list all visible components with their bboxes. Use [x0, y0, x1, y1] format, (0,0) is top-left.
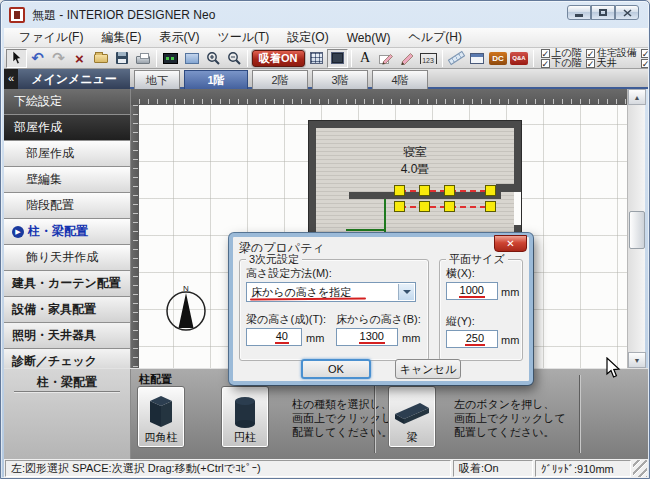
beam-handle[interactable]	[485, 201, 496, 212]
sidebar-item-draft-settings[interactable]: 下絵設定	[4, 89, 130, 115]
dc-button[interactable]: DC	[488, 49, 509, 68]
tab-floor3[interactable]: 3階	[312, 70, 368, 89]
checkbox-label: 下の階	[552, 56, 582, 69]
minimize-icon	[575, 14, 583, 17]
depth-input[interactable]: 250	[446, 330, 498, 348]
close-button[interactable]	[615, 5, 639, 20]
toolbar: ↶ ↷ × 吸着ON A 123 DC Q&A	[4, 48, 648, 69]
close-icon	[623, 9, 632, 17]
menu-view[interactable]: 表示(V)	[150, 27, 208, 48]
zoom-out-icon	[227, 51, 241, 65]
draw-line-button[interactable]	[376, 49, 397, 68]
sidebar-item-column-beam[interactable]: ▶ 柱・梁配置	[4, 219, 130, 245]
table-button[interactable]	[467, 49, 488, 68]
grid-frame-button[interactable]	[327, 49, 348, 68]
menu-edit[interactable]: 編集(E)	[92, 27, 150, 48]
checkbox-lower-floor[interactable]: ✓ 下の階	[541, 59, 582, 68]
sidebar-item-room-create[interactable]: 部屋作成	[4, 141, 130, 167]
width-value: 1000	[459, 284, 485, 298]
view-3d-icon	[163, 53, 178, 64]
group-plane-legend: 平面サイズ	[446, 252, 508, 267]
resize-grip[interactable]	[633, 460, 647, 477]
view-plan-icon	[185, 53, 199, 64]
redo-button[interactable]: ↷	[48, 49, 69, 68]
checkbox-clipped[interactable]: ✓	[641, 49, 648, 58]
checkbox-clipped[interactable]: ✓	[641, 59, 648, 68]
dimension-icon: 123	[420, 53, 437, 64]
beam-handle[interactable]	[394, 201, 405, 212]
toolbar-separator	[442, 50, 443, 67]
beam-handle[interactable]	[419, 185, 430, 196]
sidebar-item-equipment-furniture[interactable]: 設備・家具配置	[4, 297, 130, 323]
open-button[interactable]	[90, 49, 111, 68]
sidebar-section-room-create[interactable]: 部屋作成	[4, 115, 130, 141]
qa-button[interactable]: Q&A	[509, 49, 530, 68]
sidebar-item-wall-edit[interactable]: 壁編集	[4, 167, 130, 193]
measure-button[interactable]	[446, 49, 467, 68]
unit-mm: mm	[306, 332, 324, 344]
menu-tools[interactable]: ツール(T)	[208, 27, 278, 48]
sidebar-item-lighting[interactable]: 照明・天井器具	[4, 323, 130, 349]
delete-button[interactable]: ×	[69, 49, 90, 68]
height-method-combobox[interactable]: 床からの高さを指定	[246, 282, 416, 302]
panel-title-rule	[14, 391, 120, 392]
text-tool-button[interactable]: A	[355, 49, 376, 68]
title-bar: 無題 - INTERIOR DESIGNER Neo	[1, 1, 650, 28]
sidebar-item-fixtures-curtains[interactable]: 建具・カーテン配置	[4, 271, 130, 297]
view-3d-button[interactable]	[160, 49, 181, 68]
beam-handle[interactable]	[419, 201, 430, 212]
draw-freehand-button[interactable]	[397, 49, 418, 68]
ok-button[interactable]: OK	[301, 359, 371, 379]
button-label: 梁	[407, 430, 418, 445]
sidebar-item-ceiling-decor[interactable]: 飾り天井作成	[4, 245, 130, 271]
scroll-down-button[interactable]: ▼	[628, 352, 646, 368]
menu-settings[interactable]: 設定(O)	[278, 27, 337, 48]
save-button[interactable]	[111, 49, 132, 68]
select-tool-button[interactable]	[6, 49, 27, 68]
toolbar-separator	[351, 50, 352, 67]
zoom-in-button[interactable]	[202, 49, 223, 68]
beam-handle[interactable]	[394, 185, 405, 196]
ruler-top	[131, 89, 627, 105]
tab-basement[interactable]: 地下	[134, 70, 180, 89]
grid-toggle-button[interactable]	[306, 49, 327, 68]
floor-height-input[interactable]: 1300	[336, 328, 398, 346]
beam-button[interactable]: 梁	[388, 386, 436, 448]
maximize-button[interactable]	[591, 5, 615, 20]
guide-line-horizontal	[346, 229, 386, 231]
view-plan-button[interactable]	[181, 49, 202, 68]
menu-web[interactable]: Web(W)	[338, 29, 400, 47]
sidebar-collapse-button[interactable]: «	[4, 69, 18, 89]
height-method-label: 高さ設定方法(M):	[246, 266, 332, 281]
snap-on-button[interactable]: 吸着ON	[252, 50, 305, 67]
scrollbar-thumb[interactable]	[629, 211, 645, 249]
menu-help[interactable]: ヘルプ(H)	[399, 27, 471, 48]
minimize-button[interactable]	[567, 5, 591, 20]
menu-file[interactable]: ファイル(F)	[10, 27, 92, 48]
cylinder-column-button[interactable]: 円柱	[221, 386, 269, 448]
cancel-button[interactable]: キャンセル	[395, 359, 461, 379]
undo-button[interactable]: ↶	[27, 49, 48, 68]
beam-handle[interactable]	[444, 185, 455, 196]
sidebar-item-diagnosis[interactable]: 診断／チェック	[4, 349, 130, 368]
zoom-out-button[interactable]	[223, 49, 244, 68]
width-label: 横(X):	[446, 266, 475, 281]
combobox-dropdown-button[interactable]	[398, 284, 414, 300]
dimension-tool-button[interactable]: 123	[418, 49, 439, 68]
vertical-scrollbar[interactable]: ▲ ▼	[627, 89, 645, 368]
status-grid: ｸﾞﾘｯﾄﾞ:910mm	[535, 460, 631, 477]
dialog-close-button[interactable]: ✕	[494, 235, 527, 252]
tab-floor1[interactable]: 1階	[184, 70, 248, 89]
width-input[interactable]: 1000	[446, 282, 498, 300]
beam-height-input[interactable]: 40	[246, 328, 302, 346]
beam-handle[interactable]	[444, 201, 455, 212]
checkbox-ceiling[interactable]: ✓ 天井	[586, 59, 637, 68]
tab-floor4[interactable]: 4階	[372, 70, 428, 89]
print-button[interactable]	[132, 49, 153, 68]
tab-floor2[interactable]: 2階	[252, 70, 308, 89]
beam-handle[interactable]	[485, 185, 496, 196]
scroll-up-button[interactable]: ▲	[628, 89, 646, 105]
square-column-button[interactable]: 四角柱	[137, 386, 185, 448]
sidebar-item-stairs[interactable]: 階段配置	[4, 193, 130, 219]
unit-mm: mm	[501, 286, 519, 298]
